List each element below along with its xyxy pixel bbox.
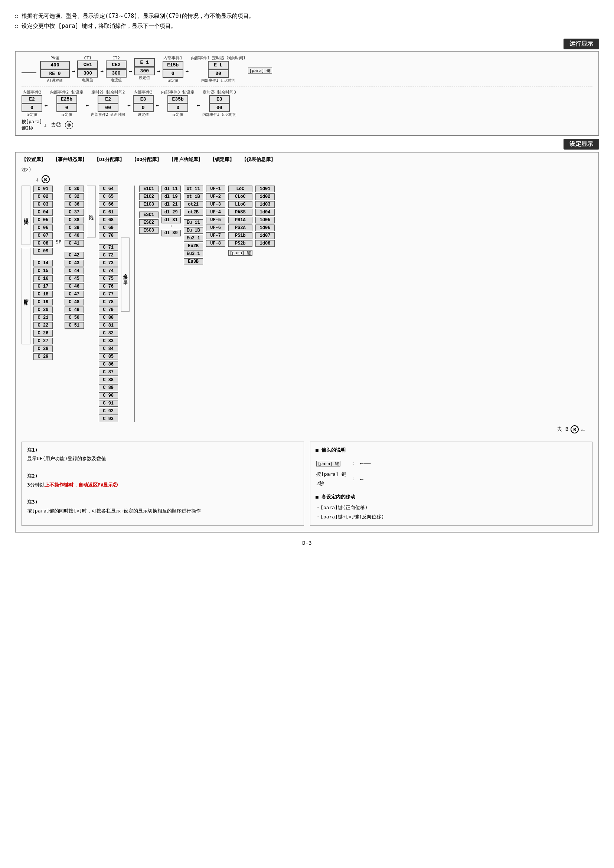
do-col: ot 11 ot 1B ot21 ot2B Eu 11 Eu 1B Eu2.1 … [184, 186, 203, 265]
goto2-row: 按[para]键2秒 ↓ 去② ② [22, 119, 592, 131]
ct1-sub-lcd: 300 [77, 69, 98, 78]
c49: C 49 [65, 307, 84, 313]
analog-input-label: 模拟输入 [22, 186, 31, 245]
di-col: dl 11 dl 19 dl 21 dl 29 dl 31 ⋮ dl 39 [161, 186, 181, 236]
para-key-bottom: [para] 键 [228, 250, 253, 256]
lloc: LLoC [228, 201, 253, 208]
legend-hold-para: 按[para] 键2秒 [316, 470, 346, 488]
eu3b: Eu3B [184, 258, 203, 265]
e1c1: E1C1 [139, 186, 158, 192]
esc3: ESC3 [139, 227, 158, 234]
lib-uf: 【用户功能库】 [169, 156, 203, 163]
note3-title-text: 注3) [27, 499, 38, 505]
notes-area: 注1) 显示UF(用户功能)登録的参数及数值 注2) 3分钟以上不操作键时，自动… [22, 439, 592, 528]
di11: dl 11 [161, 186, 181, 192]
c87: C 87 [99, 369, 118, 375]
uf5: UF-5 [206, 217, 225, 223]
di39: dl 39 [161, 230, 181, 236]
note2-title: 注2) [27, 472, 298, 480]
uf7: UF-7 [206, 232, 225, 239]
loc: LoC [228, 186, 253, 192]
id03: 1d03 [256, 201, 275, 208]
c68: C 68 [99, 217, 118, 223]
c70: C 70 [99, 232, 118, 239]
b-circle-row: ↓ B [22, 175, 592, 183]
c89: C 89 [99, 384, 118, 391]
e25b-sub-lcd: 0 [56, 104, 77, 112]
c74: C 74 [99, 268, 118, 274]
legend-row1: [para] 键 ： ←—— [316, 458, 371, 469]
uf6: UF-6 [206, 225, 225, 231]
c22: C 22 [33, 322, 53, 329]
el-group: 内部事件1 定时器 制余时间1 E L 00 内部事件1 延迟时间 [191, 55, 246, 83]
eu11: Eu 11 [184, 219, 203, 226]
ps2b: PS2b [228, 240, 253, 247]
eu2b: Eu2B [184, 243, 203, 250]
top-notes: ○ 根据有无可选项、型号、显示设定(C73～C78)、显示级别(C79)的情况，… [15, 11, 599, 31]
running-display-header: 运行显示 [15, 39, 599, 50]
press-para-label: 按[para]键2秒 [22, 119, 42, 131]
legend-colon2: ： [347, 470, 359, 488]
e2-timer-label: 定时器 制余时间2 [91, 90, 125, 95]
note3-title: 注3) [27, 498, 298, 506]
note1-title-text: 注1) [27, 447, 38, 453]
c03: C 03 [33, 201, 53, 208]
e3b-lcd: E3 [133, 95, 154, 104]
c04: C 04 [33, 209, 53, 215]
legend-para-key: [para] 键 [316, 458, 346, 469]
goto2-label: 去② [51, 122, 61, 129]
c65: C 65 [99, 193, 118, 200]
e35b-group: 内部事件3 制设定 E35b 0 设定值 [161, 90, 194, 117]
c19: C 19 [33, 299, 53, 305]
info-col: 1d01 1d02 1d03 1d04 1d05 1d06 1d07 1d08 [256, 186, 275, 247]
id02: 1d02 [256, 193, 275, 200]
c36: C 36 [65, 201, 84, 208]
col2: C 30 C 32 C 36 C 37 C 38 C 39 C 40 C 41 … [65, 186, 84, 329]
c14: C 14 [33, 260, 53, 267]
page-number: D-3 [15, 540, 599, 546]
library-header: 【设置库】 【事件组态库】 【DI分配库】 【DO分配库】 【用户功能库】 【锁… [22, 156, 592, 163]
c28: C 28 [33, 346, 53, 352]
c77: C 77 [99, 291, 118, 298]
pv-label: PV値 [51, 55, 59, 61]
e3b-label: 内部事件3 [133, 90, 153, 95]
pv-lcd: 400 [40, 61, 70, 70]
e1-sub-lcd: 300 [134, 67, 155, 75]
c27: C 27 [33, 338, 53, 344]
flow-top-row: PV値 400 RE 0 AT进程值 → CT1 CE1 300 电流值 → C… [22, 55, 592, 83]
pass: PASS [228, 209, 253, 215]
c75: C 75 [99, 275, 118, 282]
ct2-label: CT2 [113, 56, 120, 60]
c45: C 45 [65, 275, 84, 282]
c50: C 50 [65, 314, 84, 321]
c47: C 47 [65, 291, 84, 298]
e25b-label: 内部事件2 制设定 [50, 90, 83, 95]
cloc: CLoC [228, 193, 253, 200]
el-top-label: 内部事件1 定时器 制余时间1 [191, 55, 246, 61]
c29: C 29 [33, 353, 53, 360]
c07: C 07 [33, 232, 53, 239]
e35b-label: 内部事件3 制设定 [161, 90, 194, 95]
setting-display-box: 【设置库】 【事件组态库】 【DI分配库】 【DO分配库】 【用户功能库】 【锁… [15, 152, 599, 533]
lock-col: LoC CLoC LLoC PASS PS1A PS2A PS1b PS2b [… [228, 186, 253, 256]
di-dots: ⋮ [161, 225, 181, 229]
e3-group: 定时器 制余时间3 E3 00 内部事件3 延迟时间 [202, 90, 236, 117]
eu21: Eu2.1 [184, 235, 203, 242]
goto-b-label: 去 B [557, 426, 568, 433]
pv-sub-label: AT进程值 [47, 78, 63, 83]
el-sub-label: 内部事件1 延迟时间 [201, 78, 236, 83]
note1-title: 注1) [27, 446, 298, 454]
el-sub-lcd: 00 [208, 70, 229, 78]
flow-bottom-row: 定时器 制余时间3 E3 00 内部事件3 延迟时间 ← 内部事件3 制设定 E… [22, 90, 592, 117]
e2-lcd: E2 [22, 95, 42, 104]
legend-box: ■ 箭头的说明 [para] 键 ： ←—— 按[para] 键2秒 ： ← ■… [310, 442, 592, 526]
c92: C 92 [99, 408, 118, 414]
e3-sub-lcd: 00 [209, 104, 230, 112]
di21: dl 21 [161, 201, 181, 208]
c73: C 73 [99, 260, 118, 267]
e3b-sub-lcd: 0 [133, 104, 154, 112]
ct2-lcd: CE2 [106, 60, 127, 69]
legend-item2: ・[para]键+[<]键(反向位移) [316, 513, 587, 522]
e3-top-label: 定时器 制余时间3 [203, 90, 236, 95]
c69: C 69 [99, 225, 118, 231]
